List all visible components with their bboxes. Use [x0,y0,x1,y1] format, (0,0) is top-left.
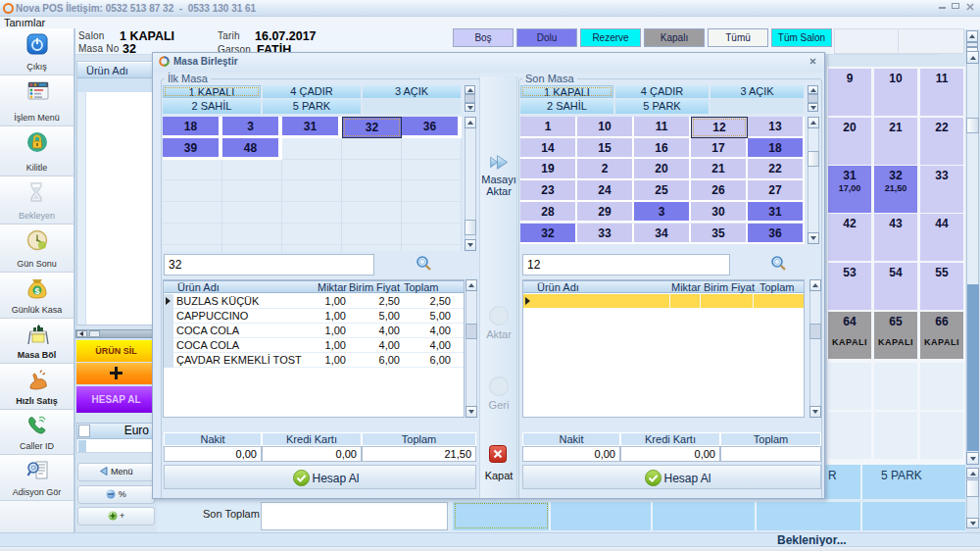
svg-text:$: $ [34,286,39,296]
